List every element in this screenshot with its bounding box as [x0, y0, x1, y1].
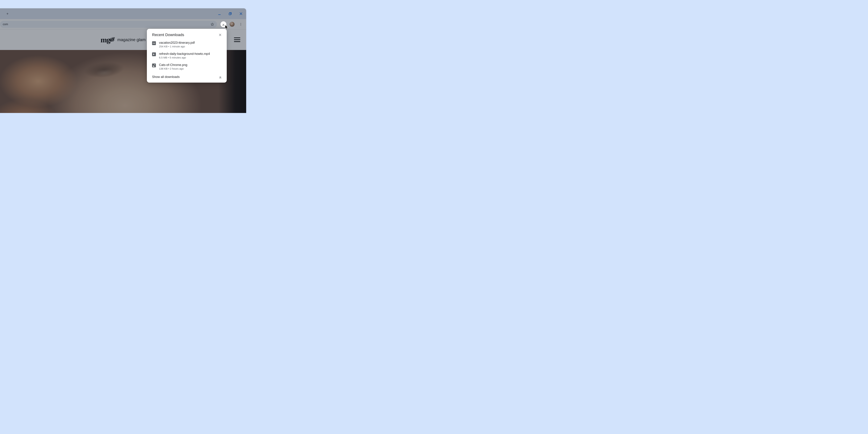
svg-point-2	[241, 23, 241, 24]
download-item-meta: 138 KB • 2 hours ago	[159, 67, 187, 70]
downloads-popup-close-button[interactable]	[218, 33, 222, 37]
close-icon	[239, 12, 243, 15]
site-logo[interactable]: mg༗ magazine glam	[100, 35, 146, 44]
downloads-popup-header: Recent Downloads	[147, 33, 227, 39]
logo-mark: mg༗	[100, 35, 114, 44]
download-item-name: Cats-of-Chrome.png	[159, 63, 187, 67]
svg-point-4	[241, 25, 241, 26]
download-item[interactable]: PDF vacation2023-itinerary.pdf 254 KB • …	[147, 39, 227, 50]
minimize-icon	[218, 12, 221, 15]
tab-strip	[0, 8, 246, 19]
show-all-downloads-label: Show all downloads	[152, 75, 180, 79]
minimize-button[interactable]	[217, 12, 221, 16]
logo-face-icon: ༗	[110, 37, 114, 43]
svg-rect-1	[229, 13, 231, 15]
maximize-stack-icon	[228, 12, 232, 15]
download-item-meta: 6.5 MB • 5 minutes ago	[159, 56, 210, 59]
profile-avatar-button[interactable]	[229, 21, 235, 27]
toolbar-actions	[218, 21, 244, 27]
download-item[interactable]: Cats-of-Chrome.png 138 KB • 2 hours ago	[147, 61, 227, 72]
window-controls	[217, 8, 243, 19]
plus-icon	[6, 12, 9, 15]
download-item[interactable]: refresh-daily-background-howto.mp4 6.5 M…	[147, 50, 227, 61]
download-item-name: vacation2023-itinerary.pdf	[159, 41, 195, 44]
image-file-icon	[152, 64, 156, 67]
hamburger-icon	[234, 37, 240, 38]
logo-text: magazine glam	[117, 37, 146, 42]
pdf-file-icon: PDF	[152, 41, 156, 45]
downloads-button[interactable]	[220, 21, 226, 27]
address-bar[interactable]: com	[0, 21, 217, 28]
bookmark-star-icon[interactable]	[210, 22, 214, 26]
kebab-menu-icon	[239, 23, 243, 26]
close-icon	[219, 33, 222, 36]
new-tab-button[interactable]	[5, 11, 10, 16]
show-all-downloads-button[interactable]: Show all downloads	[147, 72, 227, 82]
site-menu-button[interactable]	[234, 37, 240, 42]
download-item-meta: 254 KB • 1 minute ago	[159, 45, 195, 48]
svg-point-3	[241, 24, 241, 25]
close-window-button[interactable]	[239, 12, 243, 16]
address-bar-text: com	[3, 23, 210, 26]
download-icon	[218, 75, 222, 79]
chrome-menu-button[interactable]	[238, 21, 244, 27]
downloads-popup: Recent Downloads PDF vacation2023-itiner…	[147, 29, 227, 82]
download-icon	[221, 22, 225, 26]
svg-rect-0	[218, 14, 220, 15]
toolbar: com	[0, 19, 246, 30]
video-file-icon	[152, 53, 156, 56]
downloads-popup-title: Recent Downloads	[152, 33, 184, 37]
avatar-icon	[230, 22, 235, 27]
download-item-name: refresh-daily-background-howto.mp4	[159, 52, 210, 56]
maximize-button[interactable]	[228, 12, 232, 16]
